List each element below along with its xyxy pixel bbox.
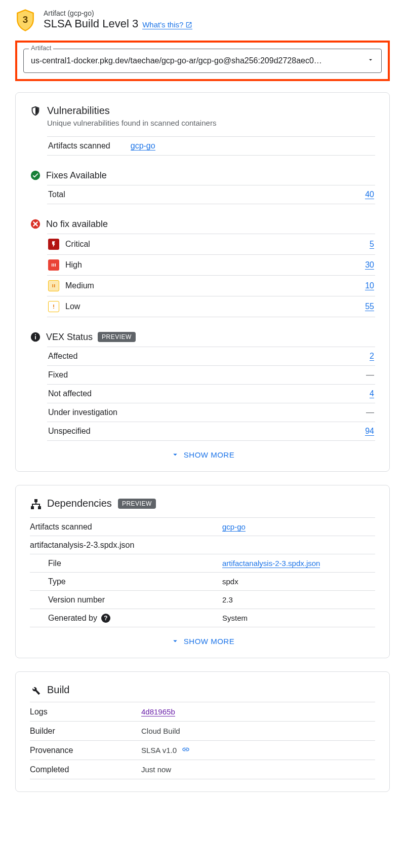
severity-high-icon [48, 259, 59, 271]
nofix-title: No fix available [46, 219, 108, 230]
severity-count-link[interactable]: 5 [370, 240, 374, 249]
build-provenance-value: SLSA v1.0 [141, 746, 177, 754]
vex-label: Under investigation [48, 408, 117, 417]
severity-row: Low 55 [47, 296, 375, 317]
vex-count-value: — [366, 408, 374, 417]
dep-key: Version number [48, 595, 105, 605]
page-title: SLSA Build Level 3 [44, 17, 138, 30]
build-row: Provenance SLSA v1.0 [30, 741, 375, 760]
deps-scanned-label: Artifacts scanned [30, 522, 222, 532]
artifact-dropdown[interactable]: Artifact us-central1-docker.pkg.dev/taec… [23, 49, 382, 73]
svg-rect-12 [35, 334, 36, 335]
artifact-selector-highlight: Artifact us-central1-docker.pkg.dev/taec… [15, 41, 390, 81]
deps-show-more-button[interactable]: SHOW MORE [30, 636, 375, 646]
build-row: Completed Just now [30, 760, 375, 779]
vex-label: Not affected [48, 389, 92, 398]
dependency-detail-row: File artifactanalysis-2-3.spdx.json [30, 554, 375, 573]
dependencies-icon [30, 498, 41, 509]
severity-count-link[interactable]: 30 [365, 260, 374, 270]
fixes-total-row: Total 40 [47, 185, 375, 204]
error-circle-icon [30, 218, 41, 230]
dependencies-title: Dependencies [47, 498, 112, 509]
build-key: Logs [30, 707, 141, 716]
svg-point-1 [31, 171, 40, 180]
vex-count-link[interactable]: 4 [370, 389, 374, 398]
severity-label: High [65, 260, 82, 270]
svg-rect-14 [31, 506, 34, 509]
build-card: Build Logs 4d81965b Builder Cloud Build … [15, 671, 390, 792]
dep-key: Generated by [48, 614, 97, 623]
build-value: Cloud Build [141, 727, 180, 735]
slsa-badge-icon: 3 [15, 9, 35, 31]
page-header: 3 Artifact (gcp-go) SLSA Build Level 3 W… [15, 9, 390, 31]
deps-file-header-row: artifactanalysis-2-3.spdx.json [30, 536, 375, 554]
vex-preview-badge: PREVIEW [98, 332, 136, 342]
severity-count-link[interactable]: 10 [365, 281, 374, 290]
vulnerabilities-subtitle: Unique vulnerabilities found in scanned … [47, 119, 375, 127]
vex-title: VEX Status [46, 332, 93, 343]
vex-row: Under investigation — [47, 403, 375, 422]
artifact-dropdown-value: us-central1-docker.pkg.dev/taechae/gcp-g… [31, 56, 322, 65]
svg-text:3: 3 [23, 14, 28, 25]
vex-count-link[interactable]: 94 [365, 427, 374, 436]
artifacts-scanned-link[interactable]: gcp-go [131, 141, 155, 150]
chevron-down-icon [171, 636, 180, 646]
deps-preview-badge: PREVIEW [118, 499, 156, 509]
chevron-down-icon [171, 450, 180, 459]
severity-label: Medium [65, 281, 94, 290]
info-circle-icon [30, 331, 41, 343]
dep-value: 2.3 [222, 595, 233, 604]
vex-count-link[interactable]: 2 [370, 352, 374, 361]
link-icon[interactable] [181, 745, 191, 755]
build-row: Logs 4d81965b [30, 702, 375, 722]
severity-count-link[interactable]: 55 [365, 302, 374, 311]
build-value: Just now [141, 765, 171, 774]
svg-rect-3 [52, 263, 53, 267]
build-logs-link[interactable]: 4d81965b [141, 707, 175, 716]
svg-rect-15 [38, 506, 41, 509]
svg-rect-9 [53, 308, 54, 309]
svg-rect-8 [53, 305, 54, 307]
svg-rect-5 [55, 263, 56, 267]
artifact-context-label: Artifact (gcp-go) [44, 9, 390, 17]
check-circle-icon [30, 170, 41, 181]
severity-label: Low [65, 302, 80, 311]
svg-rect-11 [35, 336, 36, 339]
build-key: Completed [30, 765, 141, 774]
deps-scanned-row: Artifacts scanned gcp-go [30, 518, 375, 536]
dependency-detail-row: Generated by ? System [30, 609, 375, 627]
vuln-show-more-button[interactable]: SHOW MORE [30, 450, 375, 459]
dependencies-card: Dependencies PREVIEW Artifacts scanned g… [15, 485, 390, 658]
help-icon[interactable]: ? [101, 614, 110, 623]
severity-row: Critical 5 [47, 234, 375, 255]
fixes-total-link[interactable]: 40 [365, 190, 374, 199]
dep-value: spdx [222, 577, 238, 586]
dependency-detail-row: Version number 2.3 [30, 591, 375, 609]
artifact-dropdown-label: Artifact [29, 44, 53, 52]
shield-icon [30, 105, 41, 117]
fixes-total-label: Total [48, 190, 65, 199]
chevron-down-icon [367, 56, 374, 65]
deps-file-header: artifactanalysis-2-3.spdx.json [30, 541, 222, 550]
wrench-icon [30, 685, 41, 696]
build-key: Builder [30, 727, 141, 736]
whats-this-link[interactable]: What's this? [142, 20, 192, 29]
svg-rect-7 [54, 284, 55, 287]
svg-rect-6 [53, 284, 54, 287]
svg-rect-13 [34, 499, 37, 502]
severity-label: Critical [65, 240, 90, 249]
severity-row: High 30 [47, 255, 375, 276]
dep-key: Type [48, 577, 66, 586]
severity-row: Medium 10 [47, 276, 375, 296]
severity-low-icon [48, 301, 59, 312]
severity-critical-icon [48, 239, 59, 250]
vex-row: Unspecified 94 [47, 422, 375, 441]
dep-value-link[interactable]: artifactanalysis-2-3.spdx.json [222, 559, 320, 568]
deps-scanned-link[interactable]: gcp-go [222, 522, 246, 532]
svg-rect-4 [53, 263, 54, 267]
external-link-icon [185, 21, 192, 28]
vulnerabilities-card: Vulnerabilities Unique vulnerabilities f… [15, 92, 390, 472]
build-title: Build [47, 684, 69, 696]
build-row: Builder Cloud Build [30, 722, 375, 741]
build-key: Provenance [30, 746, 141, 755]
